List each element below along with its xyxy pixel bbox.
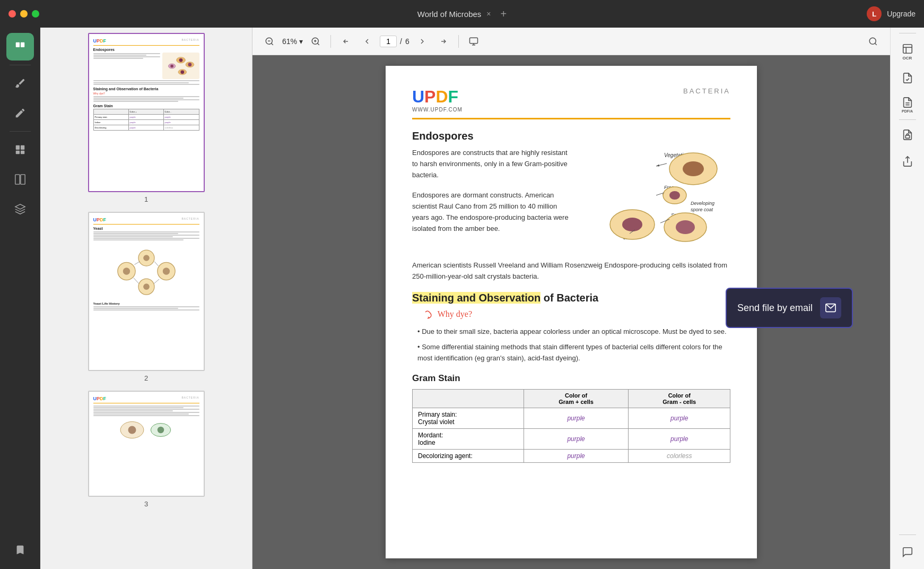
upgrade-button[interactable]: Upgrade bbox=[887, 10, 916, 18]
svg-point-61 bbox=[622, 218, 642, 231]
last-page-icon bbox=[439, 37, 448, 46]
sidebar-item-bookmark[interactable] bbox=[6, 536, 34, 564]
ocr-icon bbox=[902, 43, 913, 55]
add-tab-button[interactable]: + bbox=[501, 8, 507, 20]
svg-line-27 bbox=[133, 278, 138, 284]
protect-tool-button[interactable] bbox=[896, 123, 919, 146]
svg-point-31 bbox=[157, 427, 164, 434]
svg-rect-5 bbox=[20, 151, 24, 154]
thumbnail-item-1[interactable]: UPDF BACTERIA Endospores bbox=[46, 33, 247, 203]
close-tab-button[interactable]: × bbox=[486, 10, 491, 18]
staining-title-rest: of Bacteria bbox=[541, 292, 598, 304]
svg-line-34 bbox=[271, 43, 273, 45]
table-row: Primary stain:Crystal violet purple purp… bbox=[413, 408, 730, 429]
toolbar-separator-1 bbox=[330, 35, 331, 48]
close-button[interactable] bbox=[8, 10, 16, 18]
search-icon bbox=[868, 37, 878, 46]
svg-text:Developing: Developing bbox=[691, 201, 714, 206]
thumbnail-item-2[interactable]: UPDF BACTERIA Yeast bbox=[46, 212, 247, 382]
svg-line-45 bbox=[875, 43, 876, 45]
pdf-ai-tool-button[interactable]: PDF/A bbox=[896, 93, 919, 116]
zoom-out-icon bbox=[265, 37, 274, 46]
next-page-button[interactable] bbox=[414, 33, 431, 50]
svg-rect-69 bbox=[905, 135, 909, 138]
svg-text:spore coat: spore coat bbox=[691, 207, 713, 212]
search-button[interactable] bbox=[865, 33, 882, 50]
sidebar-item-organize[interactable] bbox=[6, 136, 34, 163]
sidebar-item-brush[interactable] bbox=[6, 70, 34, 97]
bookmark-icon bbox=[14, 544, 26, 556]
why-dye-label: Why dye? bbox=[412, 309, 730, 320]
svg-rect-4 bbox=[15, 151, 19, 154]
table-cell-label: Mordant:Iodine bbox=[413, 429, 524, 450]
email-tooltip[interactable]: Send file by email bbox=[726, 288, 853, 328]
svg-rect-41 bbox=[469, 38, 477, 44]
svg-line-26 bbox=[154, 279, 159, 283]
page-number-input[interactable] bbox=[380, 36, 397, 47]
svg-point-13 bbox=[179, 58, 182, 62]
gram-stain-section: Gram Stain Color ofGram + cells Color of… bbox=[412, 373, 730, 463]
last-page-button[interactable] bbox=[435, 33, 452, 50]
page-total: 6 bbox=[405, 37, 409, 46]
table-cell-gram-pos: purple bbox=[524, 408, 629, 429]
svg-line-25 bbox=[154, 262, 159, 266]
svg-rect-2 bbox=[15, 145, 19, 150]
page-nav: / 6 bbox=[380, 36, 409, 47]
sidebar-item-annotation[interactable] bbox=[6, 99, 34, 127]
svg-rect-3 bbox=[20, 145, 24, 150]
sidebar-item-compare[interactable] bbox=[6, 166, 34, 193]
zoom-out-button[interactable] bbox=[261, 33, 278, 50]
protect-icon bbox=[902, 129, 913, 141]
right-sidebar-sep-2 bbox=[899, 534, 916, 535]
svg-point-29 bbox=[128, 426, 136, 434]
endospores-para1: Endospores are constructs that are highl… bbox=[412, 148, 571, 180]
next-page-icon bbox=[418, 37, 426, 46]
chat-tool-button[interactable] bbox=[896, 540, 919, 564]
table-cell-gram-neg: purple bbox=[629, 408, 730, 429]
thumbnail-image-3: UPDF BACTERIA bbox=[88, 391, 205, 497]
zoom-dropdown-icon[interactable]: ▾ bbox=[299, 37, 303, 46]
table-header-gram-pos: Color ofGram + cells bbox=[524, 390, 629, 408]
sidebar-item-layers[interactable] bbox=[6, 195, 34, 223]
chat-icon bbox=[902, 546, 913, 558]
first-page-button[interactable] bbox=[337, 33, 354, 50]
minimize-button[interactable] bbox=[20, 10, 28, 18]
endospore-diagram: Vegetative cell Free endospore Spore coa… bbox=[582, 148, 730, 254]
sidebar-divider-2 bbox=[10, 131, 31, 132]
ocr-tool-button[interactable]: OCR bbox=[896, 40, 919, 63]
zoom-in-button[interactable] bbox=[307, 33, 324, 50]
doc-viewer[interactable]: UPDF WWW.UPDF.COM BACTERIA Endospores En… bbox=[252, 55, 890, 569]
pdf-ai-icon bbox=[902, 97, 913, 108]
staining-title: Staining and Observation of Bacteria bbox=[412, 292, 730, 304]
gram-stain-table: Color ofGram + cells Color ofGram - cell… bbox=[412, 389, 730, 463]
endospores-content: Endospores are constructs that are highl… bbox=[412, 148, 730, 254]
updf-logo-area: UPDF WWW.UPDF.COM bbox=[412, 87, 463, 113]
email-tooltip-label: Send file by email bbox=[737, 303, 813, 314]
bacteria-illustration: Vegetative cell Free endospore Spore coa… bbox=[582, 148, 730, 254]
endospores-text: Endospores are constructs that are highl… bbox=[412, 148, 571, 254]
staining-bullet2: Some differential staining methods that … bbox=[417, 342, 730, 364]
doc-category: BACTERIA bbox=[683, 87, 730, 95]
svg-line-38 bbox=[318, 43, 319, 45]
sidebar-item-reader[interactable] bbox=[6, 33, 34, 61]
user-avatar[interactable]: L bbox=[867, 6, 882, 21]
convert-tool-button[interactable] bbox=[896, 66, 919, 90]
thumbnail-item-3[interactable]: UPDF BACTERIA bbox=[46, 391, 247, 508]
maximize-button[interactable] bbox=[32, 10, 39, 18]
share-tool-button[interactable] bbox=[896, 150, 919, 173]
compare-icon bbox=[14, 174, 26, 185]
prev-page-button[interactable] bbox=[359, 33, 376, 50]
left-sidebar bbox=[0, 28, 40, 569]
main-layout: UPDF BACTERIA Endospores bbox=[0, 28, 924, 569]
table-row: Decolorizing agent: purple colorless bbox=[413, 450, 730, 463]
svg-line-24 bbox=[134, 262, 140, 265]
presentation-button[interactable] bbox=[465, 33, 482, 50]
thumbnail-panel[interactable]: UPDF BACTERIA Endospores bbox=[40, 28, 252, 569]
window-controls bbox=[8, 10, 39, 18]
brush-icon bbox=[14, 77, 26, 89]
svg-point-23 bbox=[143, 283, 150, 290]
first-page-icon bbox=[342, 37, 350, 46]
updf-logo-sub: WWW.UPDF.COM bbox=[412, 107, 463, 113]
staining-title-highlight: Staining and Observation bbox=[412, 292, 541, 304]
annotation-icon bbox=[14, 107, 26, 119]
